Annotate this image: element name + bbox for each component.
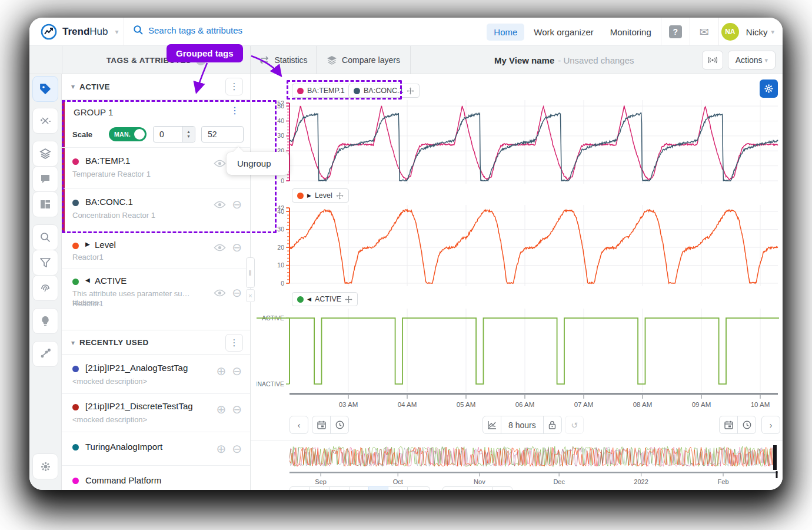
manual-scale-toggle[interactable]: MAN. (109, 127, 147, 141)
global-search[interactable] (133, 25, 289, 35)
tag-row[interactable]: ◀ ACTIVE This attribute uses parameter s… (62, 269, 250, 315)
remove-icon[interactable]: ⊖ (232, 287, 242, 299)
rail-context-button[interactable] (32, 341, 58, 367)
lock-duration-button[interactable] (543, 416, 562, 434)
group-menu-button[interactable]: ⋮ (228, 105, 242, 116)
legend-chip-level[interactable]: ▶ Level (292, 188, 349, 203)
tab-compare-layers[interactable]: Compare layers (317, 46, 411, 74)
context-overview-strip[interactable] (289, 445, 778, 470)
chevron-down-icon[interactable]: ▾ (771, 28, 774, 36)
zoom-range-1d[interactable]: 1D (289, 486, 310, 490)
chevron-down-icon[interactable]: ▾ (115, 28, 118, 36)
eye-icon[interactable] (214, 244, 226, 251)
add-icon[interactable]: ⊕ (216, 365, 226, 377)
trend-chart-level[interactable]: 01020304042 (257, 205, 779, 286)
spin-down-icon[interactable]: ▼ (187, 134, 191, 139)
legend-chip-ba-conc1[interactable]: BA:CONC.1 (348, 84, 420, 98)
nav-home[interactable]: Home (487, 24, 524, 41)
recent-row[interactable]: [21ip]IP21_DiscreteTestTag <mocked descr… (62, 394, 250, 432)
rail-formulas-button[interactable] (32, 108, 58, 134)
compare-trends-button[interactable] (482, 416, 501, 434)
trend-chart-temp-conc[interactable]: 0102030405052 (257, 100, 779, 184)
recent-row[interactable]: TuringAnalogImport ⊕ ⊖ (62, 432, 250, 465)
tag-row[interactable]: ▶ Level Reactor1 ⊖ (62, 233, 250, 269)
expand-range-button[interactable] (492, 486, 513, 490)
eye-icon[interactable] (214, 289, 226, 297)
svg-text:52: 52 (277, 100, 284, 107)
zoom-range-3m[interactable]: 3M (349, 486, 369, 490)
messages-button[interactable]: ✉ (693, 22, 716, 42)
actions-button[interactable]: Actions ▾ (728, 51, 776, 69)
rail-dashboard-button[interactable] (32, 191, 58, 217)
start-time-button[interactable] (330, 416, 349, 434)
remove-icon[interactable]: ⊖ (232, 403, 242, 415)
rail-layers-button[interactable] (32, 141, 58, 167)
active-section-menu-button[interactable]: ⋮ (225, 78, 243, 95)
trend-chart-active[interactable]: ACTIVEINACTIVE (257, 309, 779, 392)
clock-icon (743, 420, 751, 429)
pan-left-button[interactable]: ‹ (289, 416, 308, 434)
rail-fingerprint-button[interactable] (32, 275, 58, 301)
end-date-button[interactable] (719, 416, 738, 434)
add-icon[interactable]: ⊕ (216, 403, 226, 415)
series-color-dot (354, 88, 360, 94)
tab-statistics[interactable]: Statistics (251, 46, 317, 74)
move-icon[interactable] (345, 296, 352, 303)
panel-resize-handle[interactable]: ‖ (246, 257, 255, 288)
stepper[interactable]: ▲▼ (182, 127, 195, 142)
collapse-icon[interactable]: ▾ (71, 82, 75, 91)
zoom-range-1m[interactable]: 1M (330, 486, 350, 490)
avatar[interactable]: NA (721, 23, 739, 41)
panel-collapse-button[interactable]: × (246, 289, 255, 302)
rail-suggestions-button[interactable] (32, 308, 58, 334)
remove-icon[interactable]: ⊖ (232, 198, 242, 210)
zoom-range-6m[interactable]: 6M (368, 486, 388, 490)
chart-settings-button[interactable] (760, 80, 778, 98)
tag-color-dot (72, 200, 79, 206)
spin-up-icon[interactable]: ▲ (187, 130, 191, 134)
eye-icon[interactable] (214, 201, 226, 208)
live-mode-button[interactable] (702, 51, 723, 69)
collapse-icon[interactable]: ▾ (71, 339, 75, 347)
start-date-button[interactable] (312, 416, 331, 434)
zoom-range-all[interactable]: ALL (407, 486, 430, 490)
tag-row[interactable]: BA:TEMP.1 Temperature Reactor 1 ⊖ (62, 148, 250, 189)
pan-right-button[interactable]: › (761, 416, 780, 434)
app-logo[interactable]: TrendHub ▾ (40, 23, 119, 41)
history-button[interactable]: ↺ (565, 416, 584, 434)
rail-comments-button[interactable] (32, 166, 58, 192)
move-icon[interactable] (407, 87, 414, 95)
rail-search-button[interactable] (32, 224, 58, 250)
recently-used-menu-button[interactable]: ⋮ (225, 334, 243, 352)
scale-label: Scale (72, 130, 92, 139)
remove-icon[interactable]: ⊖ (232, 365, 242, 377)
help-button[interactable]: ? (664, 22, 687, 42)
scale-min-input[interactable]: 0 ▲▼ (153, 126, 195, 143)
duration-label[interactable]: 8 hours (501, 416, 544, 434)
zoom-range-1w[interactable]: 1W (309, 486, 330, 490)
search-input[interactable] (148, 25, 289, 35)
nav-monitoring[interactable]: Monitoring (603, 24, 658, 41)
ungroup-menu-item[interactable]: Ungroup (227, 152, 289, 175)
recent-row[interactable]: Command Platform (62, 466, 250, 490)
add-icon[interactable]: ⊕ (216, 443, 226, 455)
rail-settings-button[interactable] (32, 453, 58, 479)
tag-row[interactable]: BA:CONC.1 Concentration Reactor 1 ⊖ (62, 189, 250, 233)
calendar-icon (317, 420, 326, 429)
rail-tags-button[interactable] (32, 76, 58, 102)
recent-row[interactable]: [21ip]IP21_AnalogTestTag <mocked descrip… (62, 356, 250, 393)
remove-icon[interactable]: ⊖ (232, 241, 242, 253)
end-time-button[interactable] (737, 416, 756, 434)
custom-range-button[interactable]: CUSTOM ▴ (442, 486, 493, 490)
rail-filter-button[interactable] (32, 250, 58, 276)
eye-icon[interactable] (214, 160, 226, 167)
scale-max-input[interactable]: 52 (201, 126, 244, 143)
remove-icon[interactable]: ⊖ (232, 443, 242, 455)
nav-work-organizer[interactable]: Work organizer (527, 24, 600, 41)
svg-text:06 AM: 06 AM (515, 401, 535, 408)
legend-chip-active[interactable]: ◀ ACTIVE (292, 292, 358, 306)
user-name[interactable]: Nicky (746, 27, 768, 37)
chevron-down-icon: ▾ (764, 57, 768, 64)
zoom-range-1y[interactable]: 1Y (388, 486, 408, 490)
move-icon[interactable] (336, 192, 344, 200)
